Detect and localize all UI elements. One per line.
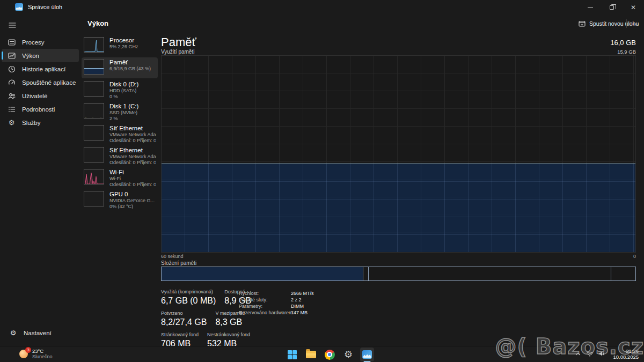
composition-standby-segment xyxy=(368,267,611,280)
memory-usage-area xyxy=(162,164,635,252)
windows-logo-icon xyxy=(288,350,297,359)
disk0-mini-graph xyxy=(84,81,104,97)
taskbar-weather-widget[interactable]: 3 23°C Slunečno xyxy=(19,348,53,359)
taskbar: 3 23°C Slunečno ⚙ xyxy=(0,346,644,362)
sidebar-item-services[interactable]: ⚙ Služby xyxy=(2,116,79,129)
tile-subtitle: 5% 2,26 GHz xyxy=(109,44,138,50)
sidebar-item-settings[interactable]: ⚙ Nastavení xyxy=(3,326,77,339)
wifi-icon[interactable] xyxy=(586,350,594,359)
tile-subtitle: SSD (NVMe) xyxy=(109,110,138,116)
detail-speed: Rychlost: 2666 MT/s xyxy=(239,290,314,297)
more-options-button[interactable]: ⋯ xyxy=(630,18,642,29)
sidebar-item-startup-apps[interactable]: Spouštěné aplikace xyxy=(2,76,79,89)
tile-subtitle: 0 % xyxy=(109,94,138,99)
processes-icon xyxy=(8,38,16,46)
sidebar-item-processes[interactable]: Procesy xyxy=(2,35,79,49)
memory-chart-max: 15,9 GB xyxy=(617,49,636,55)
memory-composition-bar[interactable] xyxy=(161,267,636,281)
perf-tile-gpu[interactable]: GPU 0 NVIDIA GeForce G... 0% (42 °C) xyxy=(82,189,158,210)
performance-icon xyxy=(8,51,16,60)
settings-gear-icon: ⚙ xyxy=(9,329,17,337)
stat-in-use: Využitá (komprimovaná) 6,7 GB (0 MB) xyxy=(161,289,216,306)
task-manager-window: Správce úloh ✕ Procesy Výkon Historie ap… xyxy=(0,0,644,362)
details-list-icon xyxy=(8,105,16,113)
perf-tile-disk1[interactable]: Disk 1 (C:) SSD (NVMe) 2 % xyxy=(82,101,158,122)
composition-modified-segment xyxy=(363,267,368,280)
sidebar-item-label: Nastavení xyxy=(24,330,52,336)
navigation-rail: Procesy Výkon Historie aplikací Spouštěn… xyxy=(0,15,80,346)
detail-hardware-reserved: Rezervováno hardwarem: 147 MB xyxy=(239,309,314,316)
gear-icon: ⚙ xyxy=(344,350,353,359)
memory-composition-label: Složení paměti xyxy=(161,260,196,266)
task-manager-icon xyxy=(362,350,372,359)
notification-badge: 3 xyxy=(25,347,31,353)
ethernet1-mini-graph xyxy=(84,125,104,141)
memory-usage-graph xyxy=(161,55,636,253)
memory-usage-chart-label: Využití paměti xyxy=(161,49,194,55)
tile-title: Wi-Fi xyxy=(109,169,156,176)
tile-subtitle: Odesílání: 0 Příjem: 0 kb xyxy=(109,138,156,143)
perf-tile-cpu[interactable]: Procesor 5% 2,26 GHz xyxy=(82,35,158,56)
weather-temperature: 23°C xyxy=(32,348,53,354)
tile-subtitle: Odesílání: 0 Příjem: 0 kb xyxy=(109,160,156,165)
sidebar-item-label: Služby xyxy=(22,120,41,126)
sidebar-item-label: Historie aplikací xyxy=(22,66,65,72)
perf-tile-wifi[interactable]: Wi-Fi Wi-Fi Odesílání: 0 Příjem: 0 kb xyxy=(82,167,158,188)
tile-subtitle: 0% (42 °C) xyxy=(109,204,155,209)
memory-total: 16,0 GB xyxy=(610,39,636,47)
taskbar-clock[interactable]: 21:26 10.08.2025 xyxy=(613,348,639,360)
sidebar-item-label: Procesy xyxy=(22,39,45,46)
window-title: Správce úloh xyxy=(28,4,62,10)
tile-subtitle: 2 % xyxy=(109,116,138,121)
services-gear-icon: ⚙ xyxy=(8,119,16,127)
sidebar-item-app-history[interactable]: Historie aplikací xyxy=(2,62,79,76)
memory-mini-graph xyxy=(84,59,104,75)
perf-tile-disk0[interactable]: Disk 0 (D:) HDD (SATA) 0 % xyxy=(82,79,158,100)
sidebar-item-performance[interactable]: Výkon xyxy=(2,49,79,62)
tile-subtitle: VMware Network Adapt xyxy=(109,132,156,138)
tile-title: GPU 0 xyxy=(109,191,155,198)
tile-title: Procesor xyxy=(109,37,138,44)
tile-subtitle: Wi-Fi xyxy=(109,176,156,182)
volume-icon[interactable] xyxy=(598,350,605,359)
nav-menu-button[interactable] xyxy=(4,18,20,32)
restore-button[interactable] xyxy=(601,0,623,15)
minimize-icon xyxy=(588,8,593,8)
start-button[interactable] xyxy=(285,348,299,361)
hidden-icons-chevron[interactable] xyxy=(575,350,581,359)
tile-subtitle: NVIDIA GeForce G... xyxy=(109,198,155,204)
detail-slots-used: Použité sloty: 2 z 2 xyxy=(239,297,314,303)
tile-title: Disk 0 (D:) xyxy=(109,81,138,88)
task-manager-app-icon xyxy=(15,3,23,11)
composition-free-segment xyxy=(611,267,635,280)
tile-title: Síť Ethernet xyxy=(109,147,156,154)
stat-committed: Potvrzeno 8,2/27,4 GB xyxy=(161,311,207,327)
minimize-button[interactable] xyxy=(580,0,601,15)
chrome-button[interactable] xyxy=(323,348,336,361)
task-manager-button[interactable] xyxy=(360,348,374,361)
restore-icon xyxy=(610,5,614,10)
new-task-icon xyxy=(579,20,586,27)
hamburger-icon xyxy=(9,22,16,28)
close-icon: ✕ xyxy=(631,4,636,11)
weather-sun-icon: 3 xyxy=(19,350,28,358)
settings-button[interactable]: ⚙ xyxy=(341,348,355,361)
composition-in-use-segment xyxy=(162,267,363,280)
perf-tile-ethernet-1[interactable]: Síť Ethernet VMware Network Adapt Odesíl… xyxy=(82,123,158,144)
tile-subtitle: Odesílání: 0 Příjem: 0 kb xyxy=(109,182,156,187)
disk1-mini-graph xyxy=(84,103,104,119)
cpu-mini-graph xyxy=(84,37,104,53)
perf-tile-memory[interactable]: Paměť 6,9/15,9 GB (43 %) xyxy=(82,57,158,78)
file-explorer-button[interactable] xyxy=(304,348,318,361)
tile-subtitle: 6,9/15,9 GB (43 %) xyxy=(109,66,151,72)
sidebar-item-users[interactable]: Uživatelé xyxy=(2,89,79,102)
memory-stats: Využitá (komprimovaná) 6,7 GB (0 MB) Dos… xyxy=(161,289,251,349)
users-icon xyxy=(8,92,16,100)
chrome-icon xyxy=(325,350,335,360)
sidebar-item-details[interactable]: Podrobnosti xyxy=(2,102,79,116)
tile-subtitle: HDD (SATA) xyxy=(109,88,138,94)
memory-pane-title: Paměť xyxy=(161,35,196,49)
perf-tile-ethernet-2[interactable]: Síť Ethernet VMware Network Adapt Odesíl… xyxy=(82,145,158,166)
tile-title: Síť Ethernet xyxy=(109,125,156,132)
close-button[interactable]: ✕ xyxy=(623,0,644,15)
